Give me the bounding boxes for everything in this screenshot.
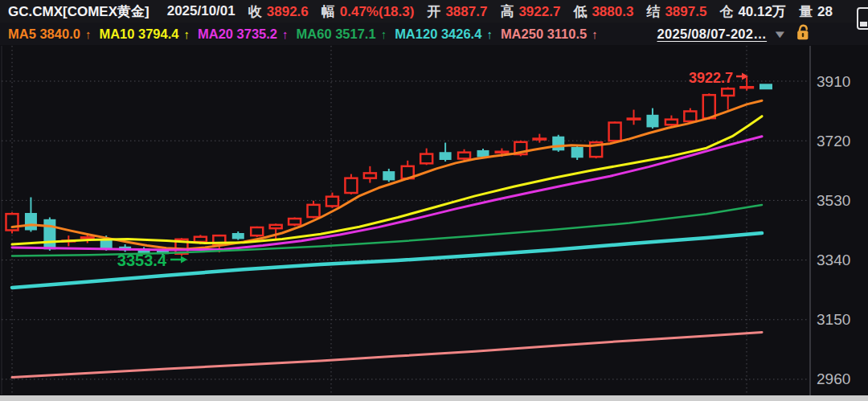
up-arrow-icon: ↑ (486, 27, 493, 41)
candle-body (684, 111, 696, 121)
quote-field-label: 幅 (321, 4, 335, 19)
candlestick-chart[interactable]: 3910372035303340315029603353.43922.7 (0, 0, 868, 401)
up-arrow-icon: ↑ (381, 27, 387, 41)
quote-field-value: 0.47%(18.3) (340, 4, 415, 19)
quote-field-label: 开 (427, 4, 440, 19)
quote-date: 2025/10/01 (167, 3, 235, 19)
quote-field-label: 收 (248, 4, 262, 19)
candle-body (458, 153, 470, 159)
ma-legend-bar: MA5 3840.0↑MA10 3794.4↑MA20 3735.2↑MA60 … (0, 23, 868, 45)
quote-field-label: 高 (500, 4, 514, 19)
up-arrow-icon: ↑ (282, 27, 289, 41)
candle-body (703, 95, 715, 118)
up-arrow-icon: ↑ (85, 27, 92, 41)
ma-legend-item: MA5 3840.0 (8, 27, 80, 41)
symbol-title: GC.CMX[COMEX黄金] (8, 2, 149, 21)
quote-field-label: 低 (573, 4, 587, 19)
ma-legend-item: MA120 3426.4 (395, 27, 481, 41)
quote-header: GC.CMX[COMEX黄金] 2025/10/01 收3892.6幅0.47%… (0, 0, 868, 23)
candle-body (43, 219, 55, 249)
price-annotation: 3353.4 (117, 252, 167, 269)
candle-body (571, 147, 583, 158)
ma-legend-items: MA5 3840.0↑MA10 3794.4↑MA20 3735.2↑MA60 … (8, 27, 606, 42)
annotation-arrow-head (181, 256, 187, 264)
chevron-down-icon[interactable]: ▼ (772, 28, 788, 40)
candle-body (25, 213, 37, 230)
quote-field-value: 3887.7 (445, 4, 487, 19)
y-axis-label: 3720 (817, 133, 850, 149)
candle-body (251, 227, 263, 235)
quote-field-value: 28 (817, 4, 833, 19)
candle-body (308, 205, 320, 217)
last-price-tag (760, 84, 772, 89)
candle-body (194, 237, 207, 242)
candle-body (289, 219, 301, 224)
up-arrow-icon: ↑ (183, 27, 190, 41)
candle-body (494, 151, 509, 154)
quote-field-value: 40.12万 (738, 4, 786, 19)
ma-legend-item: MA250 3110.5 (501, 27, 587, 41)
candle-body (552, 137, 564, 151)
quote-field-label: 量 (799, 4, 813, 19)
candle-body (345, 178, 357, 193)
candle-body (326, 197, 338, 207)
ma-line-ma250 (12, 332, 762, 377)
ma-line-ma20 (12, 137, 762, 250)
candle-body (232, 233, 244, 239)
candle-body (364, 173, 376, 178)
y-axis-label: 2960 (817, 370, 850, 387)
window-icon[interactable] (857, 7, 868, 30)
quote-field-label: 结 (646, 4, 660, 19)
candle-body (383, 171, 395, 180)
lock-icon[interactable] (796, 24, 810, 43)
candle-body (627, 117, 641, 121)
ma-legend-item: MA60 3517.1 (297, 27, 376, 41)
y-axis-label: 3530 (817, 192, 850, 209)
range-selector[interactable]: 2025/08/07-202… ▼ (657, 24, 810, 43)
candle-body (609, 123, 621, 141)
candle-body (420, 154, 432, 164)
quote-fields: 收3892.6幅0.47%(18.3)开3887.7高3922.7低3880.3… (235, 2, 833, 21)
ma-legend-item: MA20 3735.2 (198, 27, 277, 41)
quote-field-label: 仓 (719, 4, 733, 19)
up-arrow-icon: ↑ (592, 27, 598, 41)
y-axis-label: 3150 (817, 311, 850, 328)
range-label[interactable]: 2025/08/07-202… (657, 27, 768, 42)
bottom-scrollbar[interactable] (0, 395, 868, 401)
price-annotation: 3922.7 (689, 70, 733, 86)
candle-body (722, 88, 734, 96)
candle-body (739, 86, 754, 89)
quote-field-value: 3892.6 (267, 4, 309, 19)
candle-body (100, 240, 113, 249)
quote-field-value: 3880.3 (592, 4, 633, 19)
candle-body (440, 152, 452, 160)
candle-body (665, 120, 678, 125)
candle-body (532, 137, 547, 141)
candle-body (270, 225, 282, 228)
y-axis-label: 3910 (817, 73, 850, 90)
quote-field-value: 3922.7 (518, 4, 560, 19)
y-axis-label: 3340 (817, 252, 850, 268)
quote-field-value: 3897.5 (665, 4, 706, 19)
ma-legend-item: MA10 3794.4 (99, 27, 178, 41)
candle-body (646, 115, 658, 128)
